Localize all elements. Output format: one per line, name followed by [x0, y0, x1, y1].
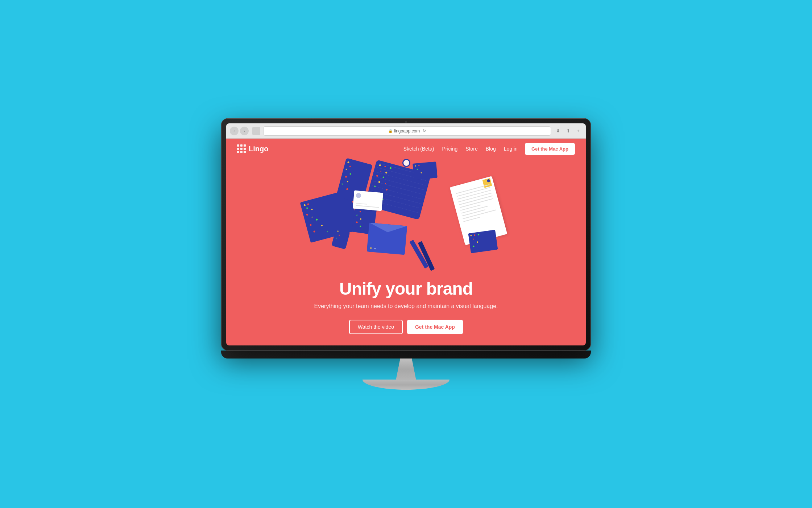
forward-icon: ›	[244, 129, 245, 133]
forward-button[interactable]: ›	[240, 127, 249, 135]
nav-link-blog[interactable]: Blog	[486, 146, 496, 152]
camera-dot	[405, 121, 407, 123]
hero-buttons: Watch the video Get the Mac App	[314, 320, 498, 334]
logo-dots	[237, 144, 246, 153]
back-button[interactable]: ‹	[230, 127, 239, 135]
envelope-flap	[368, 223, 407, 241]
tab-icon	[252, 127, 260, 135]
lock-icon: 🔒	[388, 129, 393, 133]
logo-text: Lingo	[249, 145, 268, 153]
logo-dot-4	[237, 148, 239, 150]
browser-chrome: ‹ › 🔒 lingoapp.com ↻ ⬇ ⬆ +	[226, 123, 586, 139]
download-icon[interactable]: ⬇	[554, 127, 562, 135]
hero-title: Unify your brand	[314, 279, 498, 299]
nav-link-login[interactable]: Log in	[504, 146, 518, 152]
hero-subtitle: Everything your team needs to develop an…	[314, 303, 498, 310]
site-nav: Lingo Sketch (Beta) Pricing Store Blog L…	[226, 139, 586, 159]
brand-item-small-doc	[413, 161, 438, 180]
logo-dot-2	[240, 144, 243, 147]
share-icon[interactable]: ⬆	[564, 127, 572, 135]
address-bar[interactable]: 🔒 lingoapp.com ↻	[263, 126, 551, 136]
brand-item-business-card	[353, 190, 383, 211]
monitor-body: ‹ › 🔒 lingoapp.com ↻ ⬇ ⬆ +	[221, 118, 591, 351]
hero-text: Unify your brand Everything your team ne…	[314, 279, 498, 334]
circle-icon	[402, 159, 410, 167]
add-tab-icon[interactable]: +	[574, 127, 582, 135]
get-mac-app-button-hero[interactable]: Get the Mac App	[407, 320, 463, 334]
nav-link-pricing[interactable]: Pricing	[442, 146, 457, 152]
stand-neck	[392, 359, 420, 380]
nav-link-store[interactable]: Store	[465, 146, 477, 152]
logo-dot-8	[240, 151, 243, 153]
logo-dot-6	[244, 148, 246, 150]
logo-dot-5	[240, 148, 243, 150]
browser-nav-buttons: ‹ ›	[230, 127, 249, 135]
reload-icon: ↻	[423, 128, 426, 133]
notebook-lines	[456, 184, 498, 224]
get-mac-app-button-nav[interactable]: Get the Mac App	[525, 143, 575, 155]
stand-base	[362, 380, 450, 390]
monitor-stand	[362, 359, 450, 390]
website-content: Lingo Sketch (Beta) Pricing Store Blog L…	[226, 139, 586, 345]
brand-item-small-card	[468, 230, 498, 253]
logo-dot-7	[237, 151, 239, 153]
monitor-wrapper: ‹ › 🔒 lingoapp.com ↻ ⬇ ⬆ +	[221, 118, 591, 390]
logo-dot-3	[244, 144, 246, 147]
logo-dot-1	[237, 144, 239, 147]
back-icon: ‹	[233, 129, 235, 133]
browser-actions: ⬇ ⬆ +	[554, 127, 582, 135]
logo-dot-9	[244, 151, 246, 153]
apple-logo	[221, 351, 591, 359]
nav-links: Sketch (Beta) Pricing Store Blog Log in	[403, 146, 518, 152]
hero-section: Unify your brand Everything your team ne…	[226, 159, 586, 345]
illustration-area	[297, 159, 515, 275]
watch-video-button[interactable]: Watch the video	[349, 320, 403, 334]
url-text: lingoapp.com	[394, 128, 420, 134]
brand-item-envelope	[367, 223, 407, 255]
logo: Lingo	[237, 144, 268, 153]
nav-link-sketch[interactable]: Sketch (Beta)	[403, 146, 434, 152]
monitor-bezel: ‹ › 🔒 lingoapp.com ↻ ⬇ ⬆ +	[226, 123, 586, 345]
